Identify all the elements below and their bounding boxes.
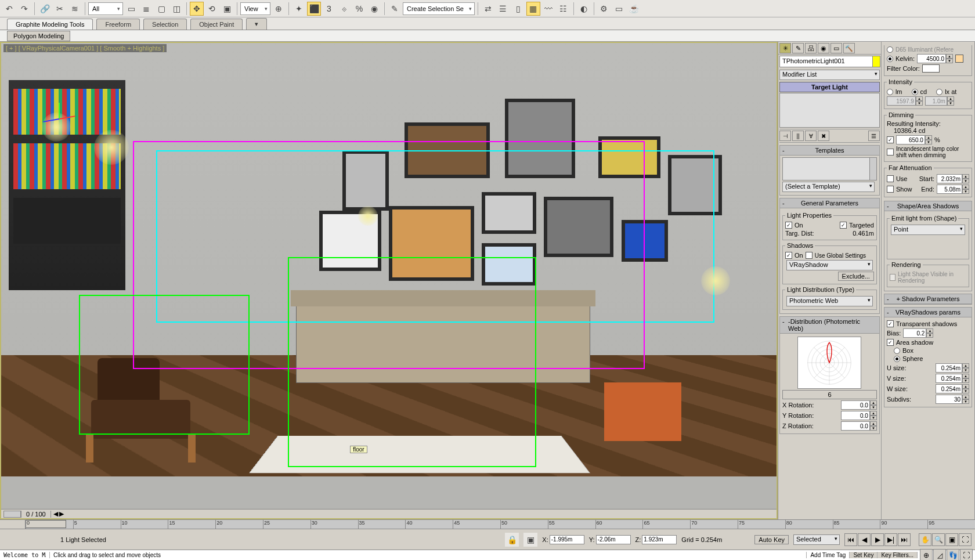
- redo-button[interactable]: ↷: [17, 2, 31, 16]
- emit-shape-drop[interactable]: Point: [891, 225, 965, 235]
- kelvin-spinner[interactable]: ▲▼: [917, 54, 953, 63]
- tab-graphite[interactable]: Graphite Modeling Tools: [7, 19, 93, 30]
- object-color-swatch[interactable]: [872, 56, 880, 67]
- rendered-frame-button[interactable]: ▭: [612, 2, 626, 16]
- area-shadow-checkbox[interactable]: [887, 339, 894, 346]
- max-viewport-button[interactable]: ⛶: [959, 533, 972, 546]
- pan-view-button[interactable]: ✋: [919, 533, 931, 546]
- ref-coord-drop[interactable]: View: [240, 2, 270, 15]
- tab-selection[interactable]: Selection: [143, 19, 187, 30]
- utilities-tab-icon[interactable]: 🔨: [843, 43, 855, 53]
- modifier-stack[interactable]: [779, 93, 880, 128]
- pin-stack-icon[interactable]: ⊣: [779, 131, 791, 141]
- kelvin-color-swatch[interactable]: [955, 55, 963, 63]
- percent-snap-button[interactable]: %: [352, 2, 366, 16]
- zoom-button[interactable]: 🔍: [932, 533, 945, 546]
- isolate-icon[interactable]: ▣: [523, 533, 537, 547]
- selection-filter-drop[interactable]: All: [88, 2, 123, 15]
- autokey-button[interactable]: Auto Key: [754, 535, 789, 544]
- cd-radio[interactable]: [912, 89, 918, 95]
- goto-start-button[interactable]: ⏮: [844, 533, 857, 546]
- template-select-drop[interactable]: (Select a Template): [782, 182, 875, 192]
- select-manipulate-button[interactable]: ✦: [292, 2, 306, 16]
- show-end-result-icon[interactable]: ||: [792, 131, 804, 141]
- graphite-toggle-button[interactable]: ▦: [526, 2, 540, 16]
- angle-snap-button[interactable]: ⟐: [337, 2, 351, 16]
- make-unique-icon[interactable]: ∀: [805, 131, 817, 141]
- template-list[interactable]: [782, 157, 877, 180]
- snap-2d-button[interactable]: 3: [322, 2, 336, 16]
- z-rotation-spinner[interactable]: ▲▼: [841, 421, 877, 431]
- light-shape-visible-checkbox[interactable]: [890, 274, 895, 281]
- goto-end-button[interactable]: ⏭: [898, 533, 911, 546]
- time-slider[interactable]: 0510152025303540455055606570758085909510…: [0, 519, 975, 529]
- display-tab-icon[interactable]: ▭: [830, 43, 842, 53]
- mirror-button[interactable]: ⇄: [481, 2, 495, 16]
- schematic-view-button[interactable]: ☷: [557, 2, 570, 16]
- use-pivot-button[interactable]: ⊕: [272, 2, 286, 16]
- tab-expand[interactable]: ▾: [246, 18, 267, 30]
- zoom-all-button[interactable]: ▣: [945, 533, 958, 546]
- y-coord-input[interactable]: [596, 535, 631, 544]
- incandescent-checkbox[interactable]: [887, 149, 894, 156]
- lm-radio[interactable]: [887, 89, 893, 95]
- rollout-templates[interactable]: Templates: [780, 146, 879, 156]
- align-button[interactable]: ☰: [496, 2, 510, 16]
- keyboard-shortcut-button[interactable]: ⬛: [307, 2, 321, 16]
- use-atten-checkbox[interactable]: [887, 175, 894, 182]
- hierarchy-tab-icon[interactable]: 品: [805, 43, 817, 53]
- wsize-spinner[interactable]: ▲▼: [936, 384, 969, 393]
- named-sel-drop[interactable]: Create Selection Se: [403, 2, 475, 15]
- material-editor-button[interactable]: ◐: [577, 2, 591, 16]
- show-atten-checkbox[interactable]: [887, 186, 894, 193]
- modifier-stack-item[interactable]: Target Light: [779, 82, 880, 92]
- viewport-scrollbar[interactable]: 0 / 100 ◀▶: [1, 509, 777, 518]
- subdivs-spinner[interactable]: ▲▼: [936, 395, 969, 404]
- rollout-distribution[interactable]: -Distribution (Photometric Web): [780, 317, 879, 334]
- walk-button[interactable]: 👣: [947, 549, 959, 561]
- lock-selection-icon[interactable]: 🔒: [505, 533, 519, 547]
- subtab-polymodel[interactable]: Polygon Modeling: [7, 31, 70, 41]
- curve-editor-button[interactable]: 〰: [541, 2, 555, 16]
- undo-button[interactable]: ↶: [2, 2, 16, 16]
- dimming-checkbox[interactable]: [887, 136, 894, 143]
- atten-end-spinner[interactable]: ▲▼: [937, 185, 969, 194]
- play-button[interactable]: ▶: [871, 533, 884, 546]
- lx-dist-spinner[interactable]: ▲▼: [925, 96, 954, 106]
- unlink-button[interactable]: ✂: [53, 2, 67, 16]
- shadows-on-checkbox[interactable]: [785, 252, 792, 259]
- targeted-checkbox[interactable]: [840, 222, 847, 229]
- web-file-button[interactable]: 6: [782, 390, 877, 399]
- usize-spinner[interactable]: ▲▼: [936, 363, 969, 373]
- rollout-vrayshadows[interactable]: VRayShadows params: [884, 308, 972, 317]
- link-button[interactable]: 🔗: [38, 2, 52, 16]
- keymode-drop[interactable]: Selected: [793, 534, 840, 545]
- viewport-label[interactable]: [ + ] [ VRayPhysicalCamera001 ] [ Smooth…: [3, 44, 167, 52]
- next-frame-button[interactable]: ▶|: [884, 533, 897, 546]
- create-tab-icon[interactable]: ✳: [779, 43, 791, 53]
- tab-freeform[interactable]: Freeform: [96, 19, 140, 30]
- vsize-spinner[interactable]: ▲▼: [936, 374, 969, 383]
- time-slider-handle[interactable]: [26, 520, 66, 528]
- photometric-web-display[interactable]: [797, 337, 861, 389]
- rollout-general-params[interactable]: General Parameters: [780, 198, 879, 208]
- viewport[interactable]: [ + ] [ VRayPhysicalCamera001 ] [ Smooth…: [1, 43, 777, 509]
- modify-tab-icon[interactable]: ✎: [792, 43, 804, 53]
- y-rotation-spinner[interactable]: ▲▼: [841, 411, 877, 420]
- modifier-list-drop[interactable]: Modifier List: [779, 70, 880, 80]
- object-name-field[interactable]: TPhotometricLight001: [779, 56, 873, 67]
- spinner-snap-button[interactable]: ◉: [367, 2, 381, 16]
- select-by-name-button[interactable]: ≣: [139, 2, 153, 16]
- fov-button[interactable]: ◿: [933, 549, 946, 561]
- rollout-shadow-params[interactable]: + Shadow Parameters: [884, 294, 972, 304]
- d65-radio[interactable]: [887, 46, 893, 53]
- layer-manager-button[interactable]: ▯: [511, 2, 525, 16]
- intensity-spinner[interactable]: ▲▼: [887, 96, 923, 106]
- window-crossing-button[interactable]: ◫: [169, 2, 183, 16]
- render-button[interactable]: ☕: [627, 2, 641, 16]
- z-coord-input[interactable]: [642, 535, 677, 544]
- max-toggle-button[interactable]: ⛶: [960, 549, 973, 561]
- select-object-button[interactable]: ▭: [124, 2, 138, 16]
- transparent-shadows-checkbox[interactable]: [887, 320, 894, 327]
- exclude-button[interactable]: Exclude...: [838, 272, 874, 281]
